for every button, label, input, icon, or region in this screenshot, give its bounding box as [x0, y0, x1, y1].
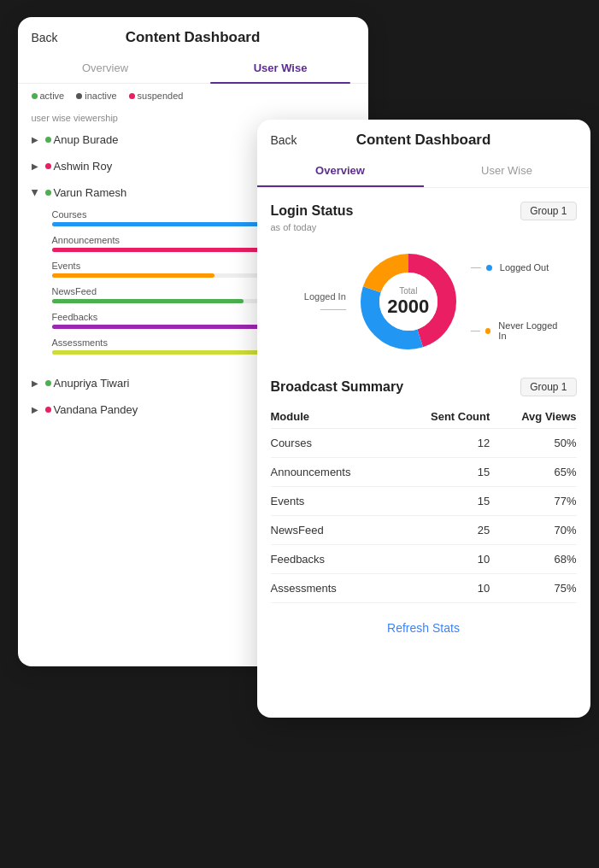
table-row: Assessments 10 75% — [271, 574, 577, 603]
broadcast-title: Broadcast Summary — [271, 379, 404, 395]
sent-count: 25 — [396, 516, 490, 545]
expand-arrow[interactable]: ▶ — [32, 405, 38, 414]
login-status-header: Login Status Group 1 — [271, 202, 577, 220]
tab-overview-back[interactable]: Overview — [18, 53, 193, 83]
broadcast-summary-section: Broadcast Summary Group 1 Module Sent Co… — [257, 378, 590, 644]
expand-arrow[interactable]: ▶ — [32, 135, 38, 144]
table-row: Feedbacks 10 68% — [271, 545, 577, 574]
donut-container: Logged In — [271, 232, 577, 371]
user-name: Anupriya Tiwari — [54, 377, 130, 390]
donut-legends-right: Logged Out Never Logged In — [464, 262, 570, 341]
tab-overview-front[interactable]: Overview — [257, 155, 424, 187]
user-name: Anup Burade — [54, 133, 119, 146]
sent-count: 10 — [396, 574, 490, 603]
module-name: Events — [271, 487, 397, 516]
back-card-tabs: Overview User Wise — [18, 53, 368, 84]
module-name: Courses — [271, 429, 397, 458]
module-name: Assessments — [271, 574, 397, 603]
expand-arrow[interactable]: ▶ — [32, 161, 38, 171]
donut-total-label: Total — [387, 286, 429, 296]
module-name: Announcements — [271, 458, 397, 487]
col-sent-count: Sent Count — [396, 405, 490, 429]
avg-views: 68% — [490, 545, 576, 574]
tab-user-wise-front[interactable]: User Wise — [424, 155, 590, 187]
refresh-row: Refresh Stats — [271, 603, 577, 644]
back-card-title: Content Dashboard — [126, 29, 261, 46]
donut-chart: Total 2000 — [353, 246, 464, 357]
user-name: Vandana Pandey — [54, 403, 138, 416]
table-row: Events 15 77% — [271, 487, 577, 516]
back-card-header: Back Content Dashboard — [18, 17, 368, 46]
bar-fill — [52, 222, 274, 226]
login-group-dropdown[interactable]: Group 1 — [520, 202, 576, 220]
front-card-header: Back Content Dashboard — [257, 120, 590, 149]
legend-row: active inactive suspended — [18, 84, 368, 108]
donut-center: Total 2000 — [387, 286, 429, 318]
bar-fill — [52, 350, 289, 355]
avg-views: 65% — [490, 458, 576, 487]
login-status-subtitle: as of today — [271, 222, 577, 232]
legend-suspended: suspended — [129, 91, 184, 101]
front-card-title: Content Dashboard — [356, 132, 491, 149]
module-name: Feedbacks — [271, 545, 397, 574]
bar-fill — [52, 299, 244, 303]
user-name: Ashwin Roy — [54, 160, 113, 173]
avg-views: 75% — [490, 574, 576, 603]
legend-inactive: inactive — [76, 91, 116, 101]
front-card-tabs: Overview User Wise — [257, 155, 590, 188]
legend-never-logged: Never Logged In — [471, 320, 563, 341]
expand-arrow[interactable]: ▶ — [32, 378, 38, 388]
sent-count: 10 — [396, 545, 490, 574]
avg-views: 50% — [490, 429, 576, 458]
sent-count: 12 — [396, 429, 490, 458]
broadcast-header: Broadcast Summary Group 1 — [271, 378, 577, 396]
sent-count: 15 — [396, 487, 490, 516]
table-row: NewsFeed 25 70% — [271, 516, 577, 545]
module-name: NewsFeed — [271, 516, 397, 545]
broadcast-table: Module Sent Count Avg Views Courses 12 5… — [271, 405, 577, 603]
tab-user-wise-back[interactable]: User Wise — [193, 53, 368, 83]
overview-card: Back Content Dashboard Overview User Wis… — [257, 120, 590, 718]
back-button-back[interactable]: Back — [32, 31, 58, 44]
legend-active: active — [32, 91, 65, 101]
login-status-section: Login Status Group 1 as of today Logged … — [257, 188, 590, 378]
col-module: Module — [271, 405, 397, 429]
login-status-title: Login Status — [271, 203, 354, 219]
donut-total-value: 2000 — [387, 296, 429, 318]
sent-count: 15 — [396, 458, 490, 487]
table-row: Courses 12 50% — [271, 429, 577, 458]
back-button-front[interactable]: Back — [271, 133, 297, 147]
table-row: Announcements 15 65% — [271, 458, 577, 487]
legend-logged-out: Logged Out — [471, 262, 563, 273]
refresh-stats-button[interactable]: Refresh Stats — [387, 621, 460, 635]
broadcast-group-dropdown[interactable]: Group 1 — [520, 378, 576, 396]
bar-fill — [52, 273, 214, 278]
avg-views: 70% — [490, 516, 576, 545]
col-avg-views: Avg Views — [490, 405, 576, 429]
avg-views: 77% — [490, 487, 576, 516]
user-name: Varun Ramesh — [54, 186, 127, 199]
legend-logged-in: Logged In — [278, 291, 346, 312]
expand-arrow[interactable]: ▶ — [30, 190, 39, 196]
